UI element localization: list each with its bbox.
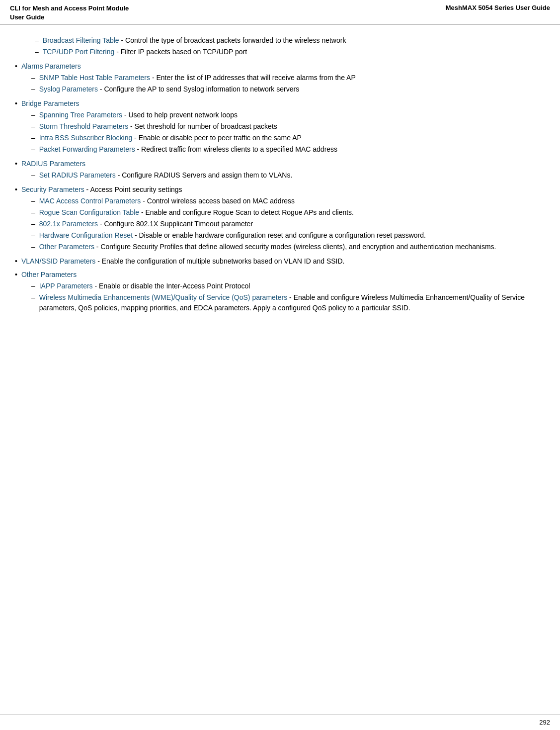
dash-icon: – (35, 47, 39, 57)
mac-access-desc: - Control wireless access based on MAC a… (141, 197, 295, 205)
wireless-multimedia-link[interactable]: Wireless Multimedia Enhancements (WME)/Q… (39, 293, 287, 301)
sub-list-bridge: – Spanning Tree Parameters - Used to hel… (21, 110, 545, 155)
dash-icon: – (31, 219, 35, 229)
list-item-broadcast: – Broadcast Filtering Table - Control th… (15, 34, 545, 58)
storm-threshold-parameters-link[interactable]: Storm Threshold Parameters (39, 122, 128, 130)
sub-list-alarms: – SNMP Table Host Table Parameters - Ent… (21, 73, 545, 94)
list-item: – Intra BSS Subscriber Blocking - Enable… (21, 133, 545, 143)
list-item: – Hardware Configuration Reset - Disable… (21, 230, 545, 241)
packet-forwarding-parameters-link[interactable]: Packet Forwarding Parameters (39, 145, 135, 153)
dash-icon: – (31, 121, 35, 132)
spanning-tree-parameters-link[interactable]: Spanning Tree Parameters (39, 111, 122, 119)
intra-bss-desc: - Enable or disable peer to peer traffic… (132, 134, 302, 142)
iapp-desc: - Enable or disable the Inter-Access Poi… (93, 282, 250, 290)
list-item: – Wireless Multimedia Enhancements (WME)… (21, 292, 545, 313)
bridge-content: Bridge Parameters – Spanning Tree Parame… (21, 98, 545, 156)
tcp-udp-port-filtering-link[interactable]: TCP/UDP Port Filtering (43, 48, 114, 56)
dash-icon: – (31, 292, 35, 303)
dash-icon: – (31, 144, 35, 155)
sub-item-content: 802.1x Parameters - Configure 802.1X Sup… (39, 219, 545, 229)
rogue-scan-desc: - Enable and configure Rogue Scan to det… (139, 208, 354, 216)
list-item: – Set RADIUS Parameters - Configure RADI… (21, 170, 545, 181)
page-content: – Broadcast Filtering Table - Control th… (0, 24, 560, 327)
radius-text: RADIUS Parameters (21, 160, 85, 168)
sub-item-content: Other Parameters - Configure Security Pr… (39, 242, 545, 252)
list-item-vlan-ssid: • VLAN/SSID Parameters - Enable the conf… (15, 256, 545, 267)
other-text: Other Parameters (21, 271, 77, 278)
vlan-ssid-content: VLAN/SSID Parameters - Enable the config… (21, 256, 545, 267)
header-left: CLI for Mesh and Access Point Module Use… (10, 4, 129, 22)
alarms-text: Alarms Parameters (21, 62, 81, 70)
header-title-line1: CLI for Mesh and Access Point Module (10, 4, 129, 13)
dash-icon: – (31, 170, 35, 181)
list-item: – MAC Access Control Parameters - Contro… (21, 196, 545, 206)
alarms-content: Alarms Parameters – SNMP Table Host Tabl… (21, 61, 545, 95)
other-content: Other Parameters – IAPP Parameters - Ena… (21, 270, 545, 314)
security-parameters-link[interactable]: Security Parameters (21, 185, 84, 193)
broadcast-filtering-table-desc: - Control the type of broadcast packets … (119, 36, 346, 44)
sub-item-content: IAPP Parameters - Enable or disable the … (39, 281, 545, 291)
list-item-radius: • RADIUS Parameters – Set RADIUS Paramet… (15, 159, 545, 182)
security-text: Security Parameters - Access Point secur… (21, 185, 182, 193)
iapp-parameters-link[interactable]: IAPP Parameters (39, 282, 93, 290)
dash-icon: – (31, 242, 35, 252)
bullet-icon: • (15, 184, 17, 195)
security-other-parameters-link[interactable]: Other Parameters (39, 243, 94, 251)
list-item-alarms: • Alarms Parameters – SNMP Table Host Ta… (15, 61, 545, 95)
sub-item-content: Packet Forwarding Parameters - Redirect … (39, 144, 545, 155)
sub-item-content: Syslog Parameters - Configure the AP to … (39, 84, 545, 94)
sub-list-security: – MAC Access Control Parameters - Contro… (21, 196, 545, 252)
intra-bss-subscriber-blocking-link[interactable]: Intra BSS Subscriber Blocking (39, 134, 133, 142)
list-item: – Other Parameters - Configure Security … (21, 242, 545, 252)
dash-icon: – (31, 207, 35, 218)
list-item: – Spanning Tree Parameters - Used to hel… (21, 110, 545, 120)
dash-icon: – (31, 281, 35, 291)
mac-access-control-parameters-link[interactable]: MAC Access Control Parameters (39, 197, 141, 205)
sub-item-content: SNMP Table Host Table Parameters - Enter… (39, 73, 545, 83)
802-1x-parameters-link[interactable]: 802.1x Parameters (39, 220, 98, 228)
list-item: – IAPP Parameters - Enable or disable th… (21, 281, 545, 291)
vlan-ssid-text: VLAN/SSID Parameters - Enable the config… (21, 257, 345, 265)
other-parameters-link[interactable]: Other Parameters (21, 271, 77, 278)
list-item: – SNMP Table Host Table Parameters - Ent… (21, 73, 545, 83)
sub-item-content: Hardware Configuration Reset - Disable o… (39, 230, 545, 241)
dash-icon: – (31, 133, 35, 143)
sub-list-other: – IAPP Parameters - Enable or disable th… (21, 281, 545, 313)
header-right: MeshMAX 5054 Series User Guide (446, 4, 550, 11)
sub-item-content: TCP/UDP Port Filtering - Filter IP packe… (43, 47, 545, 57)
dash-icon: – (31, 73, 35, 83)
radius-content: RADIUS Parameters – Set RADIUS Parameter… (21, 159, 545, 182)
security-desc: - Access Point security settings (84, 185, 182, 193)
list-item-bridge: • Bridge Parameters – Spanning Tree Para… (15, 98, 545, 156)
bridge-parameters-link[interactable]: Bridge Parameters (21, 99, 80, 107)
broadcast-filtering-table-link[interactable]: Broadcast Filtering Table (43, 36, 119, 44)
dash-icon: – (35, 35, 39, 46)
snmp-table-host-link[interactable]: SNMP Table Host Table Parameters (39, 74, 150, 82)
tcp-udp-desc: - Filter IP packets based on TCP/UDP por… (114, 48, 247, 56)
page-footer: 292 (0, 714, 560, 730)
spanning-tree-desc: - Used to help prevent network loops (122, 111, 238, 119)
list-item: – Syslog Parameters - Configure the AP t… (21, 84, 545, 94)
alarms-parameters-link[interactable]: Alarms Parameters (21, 62, 81, 70)
set-radius-parameters-link[interactable]: Set RADIUS Parameters (39, 171, 116, 179)
list-item-security: • Security Parameters - Access Point sec… (15, 184, 545, 253)
sub-item-content: Set RADIUS Parameters - Configure RADIUS… (39, 170, 545, 181)
list-item: – TCP/UDP Port Filtering - Filter IP pac… (25, 47, 545, 57)
sub-list-radius: – Set RADIUS Parameters - Configure RADI… (21, 170, 545, 181)
dash-icon: – (31, 230, 35, 241)
list-item: – Rogue Scan Configuration Table - Enabl… (21, 207, 545, 218)
radius-parameters-link[interactable]: RADIUS Parameters (21, 160, 85, 168)
bullet-icon: • (15, 159, 17, 169)
rogue-scan-configuration-table-link[interactable]: Rogue Scan Configuration Table (39, 208, 139, 216)
list-item: – Storm Threshold Parameters - Set thres… (21, 121, 545, 132)
bullet-icon: • (15, 61, 17, 72)
syslog-parameters-link[interactable]: Syslog Parameters (39, 85, 98, 93)
bullet-icon: • (15, 98, 17, 109)
hardware-configuration-reset-link[interactable]: Hardware Configuration Reset (39, 231, 133, 239)
sub-list-broadcast: – Broadcast Filtering Table - Control th… (25, 35, 545, 57)
list-item: – Packet Forwarding Parameters - Redirec… (21, 144, 545, 155)
main-list: – Broadcast Filtering Table - Control th… (15, 34, 545, 314)
vlan-ssid-parameters-link[interactable]: VLAN/SSID Parameters (21, 257, 95, 265)
list-item: – 802.1x Parameters - Configure 802.1X S… (21, 219, 545, 229)
sub-item-content: Broadcast Filtering Table - Control the … (43, 35, 545, 46)
